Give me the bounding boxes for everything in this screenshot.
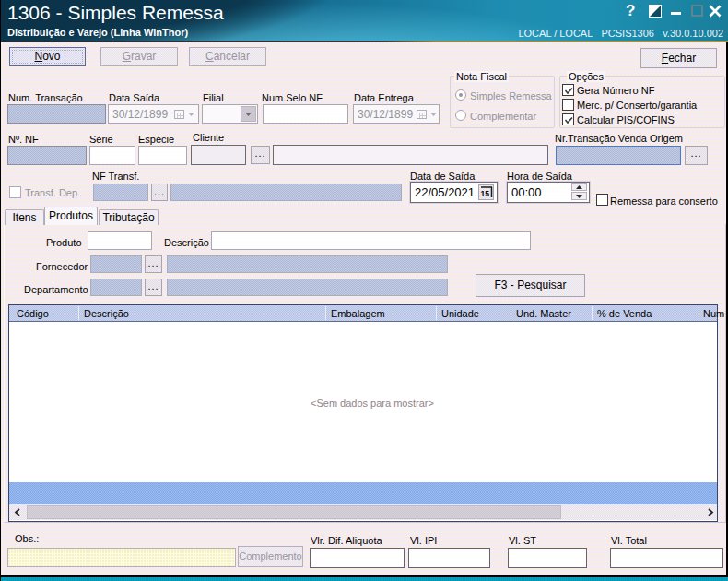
svg-text:15: 15	[481, 189, 490, 198]
